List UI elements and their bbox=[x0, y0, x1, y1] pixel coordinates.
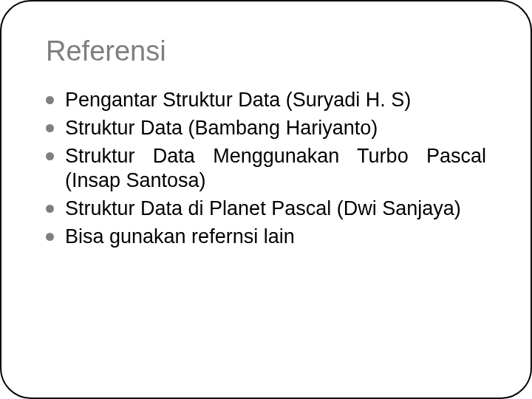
list-item: Bisa gunakan refernsi lain bbox=[46, 225, 486, 250]
list-item: Struktur Data di Planet Pascal (Dwi Sanj… bbox=[46, 197, 486, 222]
list-item: Struktur Data (Bambang Hariyanto) bbox=[46, 116, 486, 141]
list-item: Pengantar Struktur Data (Suryadi H. S) bbox=[46, 88, 486, 113]
reference-list: Pengantar Struktur Data (Suryadi H. S) S… bbox=[46, 88, 486, 250]
slide-frame: Referensi Pengantar Struktur Data (Surya… bbox=[0, 0, 532, 399]
list-item: Struktur Data Menggunakan Turbo Pascal (… bbox=[46, 144, 486, 194]
slide-title: Referensi bbox=[46, 35, 486, 67]
